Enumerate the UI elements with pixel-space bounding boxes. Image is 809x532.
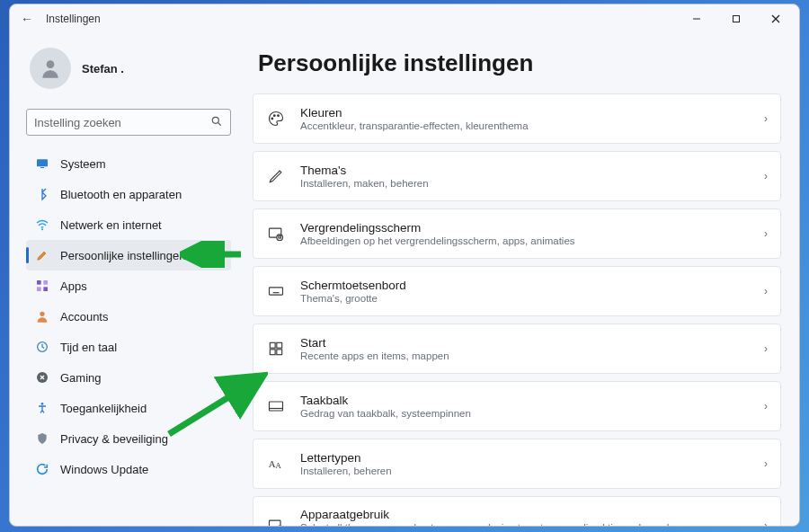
card-title: Schermtoetsenbord xyxy=(300,279,750,292)
minimize-button[interactable] xyxy=(677,4,716,33)
page-title: Persoonlijke instellingen xyxy=(258,49,781,77)
svg-rect-13 xyxy=(43,287,48,291)
card-colors[interactable]: Kleuren Accentkleur, transparantie-effec… xyxy=(253,93,781,144)
sidebar-item-label: Tijd en taal xyxy=(60,341,117,354)
card-subtitle: Installeren, maken, beheren xyxy=(300,178,750,189)
chevron-right-icon: › xyxy=(764,400,768,412)
device-usage-icon xyxy=(266,517,286,526)
card-fonts[interactable]: AA Lettertypen Installeren, beheren › xyxy=(253,439,781,489)
card-themes[interactable]: Thema's Installeren, maken, beheren › xyxy=(253,151,781,201)
chevron-right-icon: › xyxy=(764,342,768,355)
sidebar-item-bluetooth[interactable]: Bluetooth en apparaten xyxy=(26,179,231,209)
chevron-right-icon: › xyxy=(764,519,768,526)
keyboard-icon xyxy=(266,282,286,300)
sidebar-nav: Systeem Bluetooth en apparaten Netwerk e… xyxy=(26,148,231,484)
display-icon xyxy=(35,156,49,171)
profile[interactable]: Stefan . xyxy=(26,40,231,105)
search-box[interactable] xyxy=(26,109,231,136)
card-title: Thema's xyxy=(300,164,750,177)
svg-line-6 xyxy=(218,122,221,125)
card-subtitle: Accentkleur, transparantie-effecten, kle… xyxy=(300,120,750,131)
settings-window: ← Instellingen Stefan . xyxy=(9,4,800,527)
svg-point-19 xyxy=(274,115,276,117)
sidebar-item-personalization[interactable]: Persoonlijke instellingen xyxy=(26,240,231,270)
search-input[interactable] xyxy=(34,116,210,129)
svg-rect-33 xyxy=(270,350,275,355)
svg-point-20 xyxy=(278,115,280,117)
wifi-icon xyxy=(35,217,49,232)
apps-icon xyxy=(35,279,49,293)
card-subtitle: Installeren, beheren xyxy=(300,466,750,476)
card-subtitle: Select all the ways you plan to use your… xyxy=(300,522,750,526)
sidebar-item-label: Bluetooth en apparaten xyxy=(60,188,182,201)
main-content: Persoonlijke instellingen Kleuren Accent… xyxy=(244,33,799,526)
sidebar-item-network[interactable]: Netwerk en internet xyxy=(26,209,231,240)
card-title: Kleuren xyxy=(300,106,750,120)
svg-rect-7 xyxy=(37,159,48,166)
sidebar: Stefan . Systeem Bluetooth en apparaten xyxy=(10,33,244,526)
svg-point-17 xyxy=(41,403,44,405)
sidebar-item-gaming[interactable]: Gaming xyxy=(26,362,231,393)
close-button[interactable] xyxy=(756,4,796,33)
taskbar-icon xyxy=(266,397,286,415)
gaming-icon xyxy=(35,370,49,385)
svg-rect-34 xyxy=(277,350,282,355)
svg-rect-39 xyxy=(270,520,281,526)
sidebar-item-privacy[interactable]: Privacy & beveiliging xyxy=(26,423,231,454)
back-button[interactable]: ← xyxy=(13,12,40,26)
chevron-right-icon: › xyxy=(764,170,768,182)
svg-point-5 xyxy=(212,117,218,123)
svg-rect-10 xyxy=(37,280,41,285)
globe-clock-icon xyxy=(35,340,49,354)
sidebar-item-label: Privacy & beveiliging xyxy=(60,432,168,446)
svg-rect-8 xyxy=(40,167,44,168)
sidebar-item-system[interactable]: Systeem xyxy=(26,148,231,179)
sidebar-item-accounts[interactable]: Accounts xyxy=(26,301,231,332)
sidebar-item-label: Systeem xyxy=(60,157,106,171)
card-subtitle: Gedrag van taakbalk, systeempinnen xyxy=(300,408,750,419)
sidebar-item-label: Accounts xyxy=(60,310,108,324)
svg-rect-1 xyxy=(733,16,740,22)
accessibility-icon xyxy=(35,401,49,415)
svg-rect-35 xyxy=(270,402,283,411)
brush-icon xyxy=(35,248,49,262)
card-start[interactable]: Start Recente apps en items, mappen › xyxy=(253,324,781,374)
svg-rect-24 xyxy=(270,288,283,295)
maximize-button[interactable] xyxy=(716,4,756,33)
svg-point-22 xyxy=(277,235,283,241)
chevron-right-icon: › xyxy=(764,227,768,240)
svg-point-9 xyxy=(41,228,43,230)
lock-screen-icon xyxy=(266,225,286,243)
svg-point-4 xyxy=(47,60,55,68)
card-device-usage[interactable]: Apparaatgebruik Select all the ways you … xyxy=(253,496,781,526)
card-title: Apparaatgebruik xyxy=(300,508,750,521)
pen-icon xyxy=(266,167,286,185)
person-icon xyxy=(35,309,49,324)
chevron-right-icon: › xyxy=(764,285,768,297)
fonts-icon: AA xyxy=(266,455,286,473)
svg-text:A: A xyxy=(275,461,281,470)
svg-rect-32 xyxy=(277,342,282,348)
chevron-right-icon: › xyxy=(764,457,768,470)
window-title: Instellingen xyxy=(46,13,101,25)
titlebar: ← Instellingen xyxy=(10,4,799,33)
settings-list: Kleuren Accentkleur, transparantie-effec… xyxy=(253,93,781,526)
card-title: Vergrendelingsscherm xyxy=(300,221,750,235)
search-icon xyxy=(210,115,223,130)
card-title: Taakbalk xyxy=(300,394,750,407)
sidebar-item-apps[interactable]: Apps xyxy=(26,270,231,301)
svg-point-14 xyxy=(40,312,44,316)
card-lockscreen[interactable]: Vergrendelingsscherm Afbeeldingen op het… xyxy=(253,208,781,259)
sidebar-item-label: Gaming xyxy=(60,371,102,385)
card-subtitle: Thema's, grootte xyxy=(300,293,750,304)
sidebar-item-label: Windows Update xyxy=(60,463,148,476)
shield-icon xyxy=(35,431,49,446)
sidebar-item-windows-update[interactable]: Windows Update xyxy=(26,454,231,484)
card-touch-keyboard[interactable]: Schermtoetsenbord Thema's, grootte › xyxy=(253,266,781,316)
palette-icon xyxy=(266,110,286,128)
card-taskbar[interactable]: Taakbalk Gedrag van taakbalk, systeempin… xyxy=(253,381,781,431)
sidebar-item-time-language[interactable]: Tijd en taal xyxy=(26,332,231,362)
sidebar-item-label: Persoonlijke instellingen xyxy=(60,249,185,262)
sidebar-item-accessibility[interactable]: Toegankelijkheid xyxy=(26,393,231,423)
svg-rect-12 xyxy=(37,287,41,291)
